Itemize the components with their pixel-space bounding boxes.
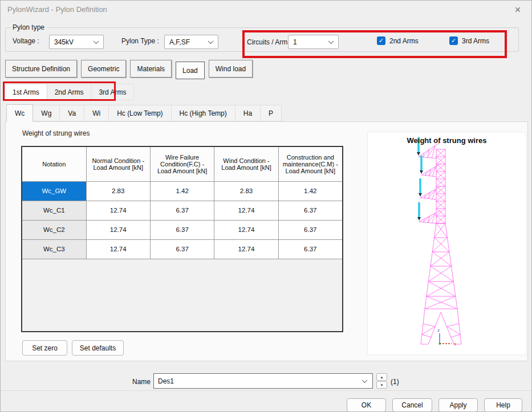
set-defaults-button[interactable]: Set defaults bbox=[72, 340, 124, 356]
notation-cell-wc-c2[interactable]: Wc_C2 bbox=[22, 220, 86, 239]
table-row: Wc_C312.746.3712.746.37 bbox=[22, 239, 343, 259]
arm-tab-1st-arms[interactable]: 1st Arms bbox=[5, 84, 47, 100]
footer-divider bbox=[1, 390, 531, 391]
pylon-type-group-label: Pylon type bbox=[10, 23, 47, 31]
load-tab-wg[interactable]: Wg bbox=[33, 105, 60, 121]
pylon-type-value: A,F,SF bbox=[169, 38, 190, 46]
circuits-arm-value: 1 bbox=[293, 38, 297, 46]
notation-cell-wc-gw[interactable]: Wc_GW bbox=[22, 181, 86, 201]
circuits-arm-label: Circuits / Arm : bbox=[247, 38, 291, 46]
value-cell[interactable]: 12.74 bbox=[86, 201, 150, 220]
table-caption: Weight of strung wires bbox=[22, 129, 90, 137]
preview-title: Weight of strung wires bbox=[368, 136, 526, 145]
notation-cell-wc-c3[interactable]: Wc_C3 bbox=[22, 239, 86, 259]
notation-cell-wc-c1[interactable]: Wc_C1 bbox=[22, 201, 86, 220]
value-cell[interactable]: 12.74 bbox=[86, 239, 150, 259]
load-tab-wc[interactable]: Wc bbox=[6, 104, 33, 122]
section-tab-geometric[interactable]: Geometric bbox=[81, 60, 126, 77]
footer-button-ok[interactable]: OK bbox=[347, 398, 386, 412]
spinner-up-button[interactable]: ▲ bbox=[376, 373, 387, 381]
title-bar: PylonWizard - Pylon Definition × bbox=[1, 1, 531, 19]
voltage-value: 345kV bbox=[54, 38, 74, 46]
table-row: Wc_C112.746.3712.746.37 bbox=[22, 201, 343, 220]
value-cell[interactable]: 1.42 bbox=[150, 181, 214, 201]
voltage-label: Voltage : bbox=[13, 37, 39, 45]
load-table: NotationNormal Condition - Load Amount [… bbox=[21, 146, 343, 332]
window-title: PylonWizard - Pylon Definition bbox=[7, 5, 107, 14]
value-cell[interactable]: 2.83 bbox=[86, 181, 150, 201]
pylon-wizard-dialog: PylonWizard - Pylon Definition × Pylon t… bbox=[0, 0, 532, 412]
load-tab-va[interactable]: Va bbox=[60, 105, 84, 121]
value-cell[interactable]: 6.37 bbox=[278, 201, 343, 220]
column-header-construction-and-maintenance-c-m-load-amount-kn: Construction and maintenance(C.M) - Load… bbox=[278, 146, 343, 181]
table-empty-area bbox=[22, 259, 343, 332]
2nd-arms-checkbox[interactable]: ✓ bbox=[377, 36, 385, 45]
chevron-down-icon bbox=[362, 377, 368, 383]
value-cell[interactable]: 12.74 bbox=[214, 220, 278, 239]
value-cell[interactable]: 6.37 bbox=[150, 239, 214, 259]
circuits-arm-select[interactable]: 1 bbox=[288, 35, 339, 49]
name-value: Des1 bbox=[158, 377, 174, 385]
section-tab-wind-load[interactable]: Wind load bbox=[209, 60, 253, 77]
chevron-down-icon bbox=[328, 38, 334, 44]
footer-button-cancel[interactable]: Cancel bbox=[392, 398, 432, 412]
pylon-type-label: Pylon Type : bbox=[121, 37, 159, 45]
pylon-tower-drawing: zx bbox=[368, 132, 527, 356]
section-tab-load[interactable]: Load bbox=[176, 62, 205, 79]
column-header-wire-failure-condition-f-c-load-amount-kn: Wire Failure Condition(F.C) - Load Amoun… bbox=[150, 146, 214, 181]
3rd-arms-checkbox[interactable]: ✓ bbox=[449, 36, 458, 45]
column-header-notation: Notation bbox=[22, 146, 86, 181]
value-cell[interactable]: 6.37 bbox=[278, 239, 343, 259]
name-label: Name bbox=[132, 378, 151, 386]
arm-tab-3rd-arms[interactable]: 3rd Arms bbox=[91, 84, 134, 100]
3rd-arms-checkbox-label: 3rd Arms bbox=[462, 37, 489, 45]
svg-text:x: x bbox=[454, 341, 456, 346]
value-cell[interactable]: 6.37 bbox=[150, 201, 214, 220]
name-combobox[interactable]: Des1 bbox=[153, 373, 373, 389]
value-cell[interactable]: 6.37 bbox=[150, 220, 214, 239]
arm-tab-bar: 1st Arms2nd Arms3rd Arms bbox=[5, 84, 134, 100]
column-header-wind-condition-load-amount-kn: Wind Condition - Load Amount [kN] bbox=[214, 146, 278, 181]
load-tab-p[interactable]: P bbox=[261, 105, 282, 121]
pylon-preview-panel: Weight of strung wires zx bbox=[367, 132, 526, 355]
chevron-down-icon bbox=[94, 38, 99, 44]
set-zero-button[interactable]: Set zero bbox=[22, 340, 67, 356]
chevron-down-icon bbox=[208, 38, 214, 44]
value-cell[interactable]: 12.74 bbox=[86, 220, 150, 239]
pylon-type-select[interactable]: A,F,SF bbox=[164, 35, 218, 49]
section-tab-bar: Structure DefinitionGeometricMaterialsLo… bbox=[5, 60, 253, 79]
name-count: (1) bbox=[391, 378, 399, 386]
table-row: Wc_C212.746.3712.746.37 bbox=[22, 220, 343, 239]
value-cell[interactable]: 2.83 bbox=[214, 181, 278, 201]
footer-button-help[interactable]: Help bbox=[484, 398, 522, 412]
spinner-down-button[interactable]: ▼ bbox=[376, 381, 387, 389]
footer-button-bar: OKCancelApplyHelp bbox=[347, 398, 522, 412]
section-tab-structure-definition[interactable]: Structure Definition bbox=[5, 60, 77, 77]
load-tab-ha[interactable]: Ha bbox=[235, 105, 261, 121]
load-tab-wi[interactable]: Wi bbox=[84, 105, 109, 121]
value-cell[interactable]: 1.42 bbox=[278, 181, 343, 201]
2nd-arms-checkbox-label: 2nd Arms bbox=[389, 37, 419, 45]
value-cell[interactable]: 12.74 bbox=[214, 239, 278, 259]
load-case-tab-bar: WcWgVaWiHc (Low Temp)Hc (High Temp)HaP bbox=[6, 104, 282, 121]
arm-tab-2nd-arms[interactable]: 2nd Arms bbox=[47, 84, 92, 100]
load-tab-hc-high-temp[interactable]: Hc (High Temp) bbox=[172, 105, 235, 121]
2nd-arms-checkbox-row: ✓ 2nd Arms bbox=[377, 36, 419, 45]
3rd-arms-checkbox-row: ✓ 3rd Arms bbox=[449, 36, 489, 45]
svg-text:z: z bbox=[437, 328, 440, 333]
name-spinner: ▲ ▼ bbox=[376, 373, 387, 389]
value-cell[interactable]: 6.37 bbox=[278, 220, 343, 239]
value-cell[interactable]: 12.74 bbox=[214, 201, 278, 220]
load-tab-hc-low-temp[interactable]: Hc (Low Temp) bbox=[109, 105, 171, 121]
table-row: Wc_GW2.831.422.831.42 bbox=[22, 181, 343, 201]
close-icon[interactable]: × bbox=[511, 3, 524, 16]
voltage-select[interactable]: 345kV bbox=[49, 35, 104, 49]
column-header-normal-condition-load-amount-kn: Normal Condition - Load Amount [kN] bbox=[86, 146, 150, 181]
footer-button-apply[interactable]: Apply bbox=[438, 398, 478, 412]
load-table-wrap: NotationNormal Condition - Load Amount [… bbox=[21, 146, 343, 332]
section-tab-materials[interactable]: Materials bbox=[130, 60, 172, 77]
